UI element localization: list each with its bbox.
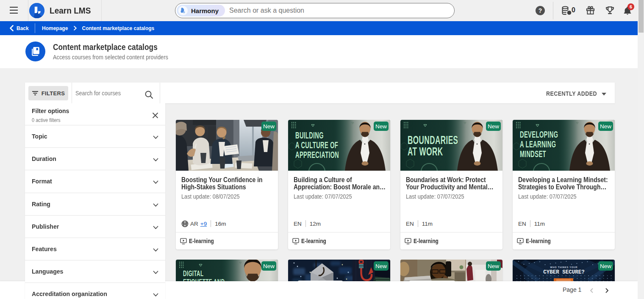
svg-text:?: ? [539,7,542,14]
svg-text:DEVELOPING: DEVELOPING [520,130,558,140]
svg-text:DIGITAL: DIGITAL [183,269,203,277]
svg-text:A CULTURE OF: A CULTURE OF [295,140,338,150]
svg-text:BUILDING: BUILDING [295,130,324,141]
svg-text:WHO THINKS YOUR: WHO THINKS YOUR [550,266,578,269]
svg-text:A LEARNING: A LEARNING [520,139,556,150]
svg-text:MINDSET: MINDSET [520,149,546,159]
svg-text:AT WORK: AT WORK [408,144,443,158]
svg-text:CYBER SECURE?: CYBER SECURE? [543,269,585,275]
svg-text:APPRECIATION: APPRECIATION [295,150,339,160]
